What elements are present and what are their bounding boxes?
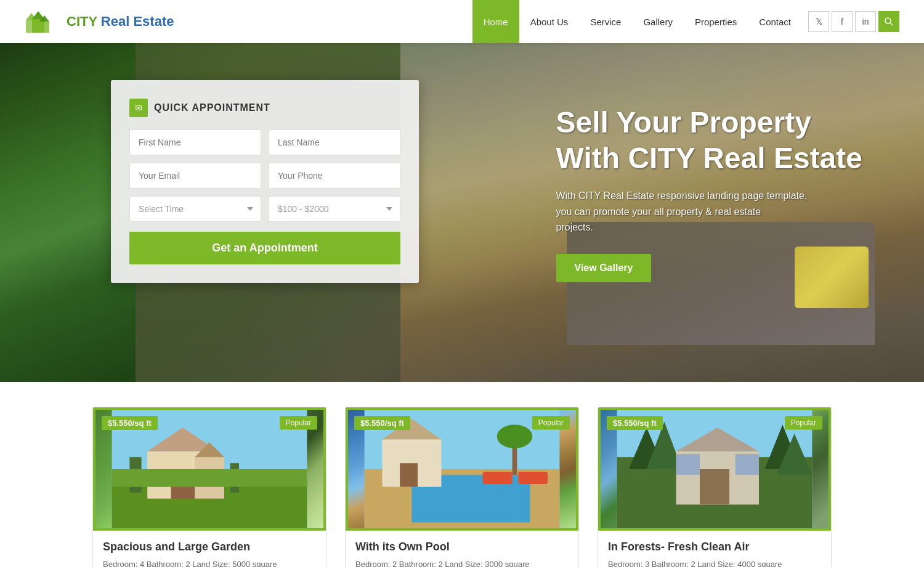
nav-home[interactable]: Home <box>472 0 519 43</box>
nav-about[interactable]: About Us <box>519 0 580 43</box>
svg-rect-4 <box>39 22 49 33</box>
property-title-1: Spacious and Large Garden <box>103 540 316 553</box>
price-badge-3: $5.550/sq ft <box>607 416 663 430</box>
svg-rect-37 <box>676 454 700 475</box>
hero-subtitle: With CITY Real Estate responsive landing… <box>556 188 862 235</box>
svg-point-27 <box>497 425 533 448</box>
svg-rect-25 <box>518 472 548 484</box>
property-image-wrap-2: $5.550/sq ft Popular <box>346 407 578 531</box>
property-details-2: Bedroom: 2 Bathroom: 2 Land Size: 3000 s… <box>355 558 569 567</box>
linkedin-button[interactable]: in <box>855 11 876 32</box>
property-info-2: With its Own Pool Bedroom: 2 Bathroom: 2… <box>346 531 578 567</box>
properties-grid: $5.550/sq ft Popular Spacious and Large … <box>92 407 832 567</box>
time-select[interactable]: Select Time 09:00 AM 10:00 AM 11:00 AM 1… <box>129 196 261 222</box>
popular-badge-2: Popular <box>532 416 570 430</box>
property-details-3: Bedroom: 3 Bathroom: 2 Land Size: 4000 s… <box>608 558 821 567</box>
svg-rect-17 <box>112 469 307 487</box>
svg-line-7 <box>890 23 893 25</box>
name-row <box>129 129 400 155</box>
properties-section: $5.550/sq ft Popular Spacious and Large … <box>0 382 924 567</box>
nav-links: Home About Us Service Gallery Properties… <box>472 0 899 43</box>
appointment-card: ✉ QUICK APPOINTMENT Select Time 09:00 AM… <box>111 80 419 283</box>
property-card-1: $5.550/sq ft Popular Spacious and Large … <box>92 407 326 567</box>
appointment-title: QUICK APPOINTMENT <box>154 102 270 113</box>
nav-properties[interactable]: Properties <box>684 0 748 43</box>
property-image-wrap-1: $5.550/sq ft Popular <box>93 407 326 531</box>
email-input[interactable] <box>129 163 261 189</box>
hero-text-content: Sell Your PropertyWith CITY Real Estate … <box>556 105 862 282</box>
property-title-3: In Forests- Fresh Clean Air <box>608 540 821 553</box>
property-info-1: Spacious and Large Garden Bedroom: 4 Bat… <box>93 531 326 567</box>
property-info-3: In Forests- Fresh Clean Air Bedroom: 3 B… <box>598 531 831 567</box>
phone-input[interactable] <box>269 163 400 189</box>
view-gallery-button[interactable]: View Gallery <box>556 254 652 282</box>
nav-social: 𝕏 f in <box>808 11 899 32</box>
property-image-wrap-3: $5.550/sq ft Popular <box>598 407 831 531</box>
price-badge-1: $5.550/sq ft <box>102 416 158 430</box>
property-card-3: $5.550/sq ft Popular In Forests- Fresh C… <box>598 407 832 567</box>
contact-row <box>129 163 400 189</box>
appointment-header: ✉ QUICK APPOINTMENT <box>129 99 400 117</box>
popular-badge-1: Popular <box>280 416 317 430</box>
property-card-2: $5.550/sq ft Popular With its Own Pool B… <box>345 407 579 567</box>
time-budget-row: Select Time 09:00 AM 10:00 AM 11:00 AM 1… <box>129 196 400 222</box>
property-details-1: Bedroom: 4 Bathroom: 2 Land Size: 5000 s… <box>103 558 316 567</box>
hero-section: ✉ QUICK APPOINTMENT Select Time 09:00 AM… <box>0 43 924 382</box>
search-button[interactable] <box>878 11 899 32</box>
svg-rect-36 <box>700 469 729 505</box>
email-icon: ✉ <box>129 99 148 117</box>
nav-service[interactable]: Service <box>579 0 632 43</box>
popular-badge-3: Popular <box>785 416 822 430</box>
search-icon <box>885 17 893 26</box>
logo: CITY Real Estate <box>25 8 174 36</box>
svg-rect-23 <box>400 463 418 486</box>
nav-contact[interactable]: Contact <box>748 0 802 43</box>
twitter-button[interactable]: 𝕏 <box>808 11 829 32</box>
get-appointment-button[interactable]: Get an Appointment <box>129 232 400 264</box>
budget-select[interactable]: $100 - $2000 $2000 - $5000 $5000 - $1000… <box>269 196 400 222</box>
svg-rect-38 <box>736 454 759 475</box>
navbar: CITY Real Estate Home About Us Service G… <box>0 0 924 43</box>
nav-gallery[interactable]: Gallery <box>632 0 684 43</box>
facebook-button[interactable]: f <box>832 11 853 32</box>
price-badge-2: $5.550/sq ft <box>354 416 410 430</box>
first-name-input[interactable] <box>129 129 261 155</box>
logo-icon <box>25 8 62 36</box>
logo-text: CITY Real Estate <box>67 14 174 30</box>
svg-point-6 <box>885 18 891 23</box>
last-name-input[interactable] <box>269 129 400 155</box>
svg-rect-24 <box>483 472 513 484</box>
property-title-2: With its Own Pool <box>355 540 569 553</box>
hero-title: Sell Your PropertyWith CITY Real Estate <box>556 105 862 176</box>
